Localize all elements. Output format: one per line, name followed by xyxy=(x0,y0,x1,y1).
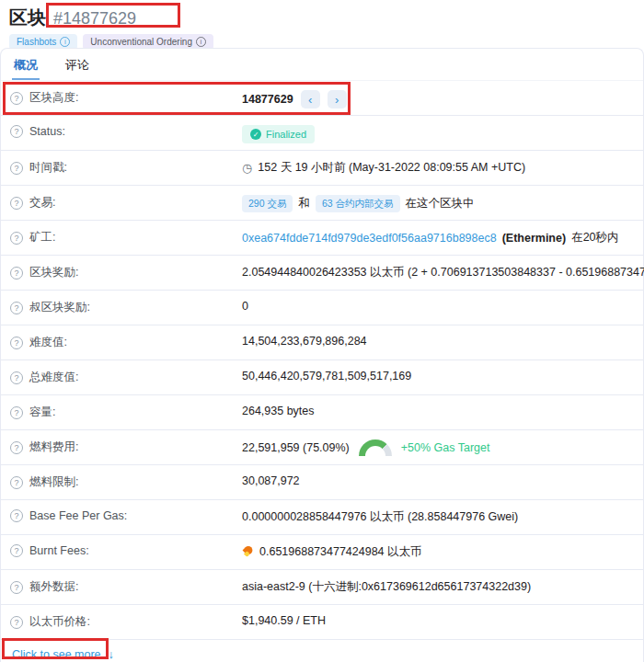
row-label-text: 矿工: xyxy=(29,230,55,245)
table-row-block-height: ? 区块高度: 14877629 ‹ › xyxy=(1,81,643,116)
uncle-reward-value: 0 xyxy=(242,300,248,313)
page-title: 区块 xyxy=(9,6,46,30)
block-reward-value: 2.054944840026423353 以太币 (2 + 0.70691371… xyxy=(242,265,644,280)
block-overview-card: 概况 评论 ? 区块高度: 14877629 ‹ › ? Status: ✓ xyxy=(0,48,644,662)
extra-data-value: asia-east2-9 (十六进制:0x617369612d656173743… xyxy=(242,579,531,595)
flame-icon xyxy=(242,546,252,558)
help-icon[interactable]: ? xyxy=(10,92,23,105)
prev-block-button[interactable]: ‹ xyxy=(301,90,320,108)
help-icon[interactable]: ? xyxy=(10,441,23,454)
block-height-value: 14877629 xyxy=(242,93,293,106)
row-label-text: 容量: xyxy=(29,405,55,420)
help-icon[interactable]: ? xyxy=(10,476,23,489)
flashbots-badge-label: Flashbots xyxy=(17,38,56,47)
row-label-text: Burnt Fees: xyxy=(29,544,89,557)
see-more-label: Click to see more xyxy=(12,648,101,661)
info-icon[interactable]: i xyxy=(196,37,206,47)
size-value: 264,935 bytes xyxy=(242,405,315,417)
total-difficulty-value: 50,446,420,579,781,509,517,169 xyxy=(242,370,411,382)
unconventional-ordering-badge-label: Unconventional Ordering xyxy=(90,38,192,47)
status-badge: ✓ Finalized xyxy=(242,125,315,143)
table-row-difficulty: ? 难度值: 14,504,233,679,896,284 xyxy=(1,325,643,360)
table-row-total-difficulty: ? 总难度值: 50,446,420,579,781,509,517,169 xyxy=(1,360,643,395)
timestamp-value: 152 天 19 小时前 (May-31-2022 08:09:55 AM +U… xyxy=(258,160,525,176)
row-label-text: 区块高度: xyxy=(29,90,78,106)
row-label-text: 燃料费用: xyxy=(29,439,78,455)
table-row-status: ? Status: ✓ Finalized xyxy=(1,116,643,151)
row-label-text: 时间戳: xyxy=(29,160,67,176)
table-row-gas-used: ? 燃料费用: 22,591,959 (75.09%) +50% Gas Tar… xyxy=(1,430,643,465)
help-icon[interactable]: ? xyxy=(10,232,23,245)
arrow-down-icon: ↓ xyxy=(109,648,114,661)
table-row-uncle-reward: ? 叔区块奖励: 0 xyxy=(1,291,643,325)
row-label-text: 燃料限制: xyxy=(29,474,78,490)
info-icon[interactable]: i xyxy=(60,37,70,47)
miner-name: (Ethermine) xyxy=(502,232,566,245)
help-icon[interactable]: ? xyxy=(10,162,23,175)
tab-comments[interactable]: 评论 xyxy=(63,50,91,80)
block-number: #14877629 xyxy=(53,9,136,29)
row-label-text: 难度值: xyxy=(29,335,67,350)
see-more-link[interactable]: Click to see more ↓ xyxy=(12,648,114,661)
status-text: Finalized xyxy=(266,129,306,140)
help-icon[interactable]: ? xyxy=(10,581,23,594)
check-icon: ✓ xyxy=(250,129,261,140)
table-row-transactions: ? 交易: 290 交易 和 63 合约内部交易 在这个区块中 xyxy=(1,186,643,221)
table-row-base-fee: ? Base Fee Per Gas: 0.000000028858447976… xyxy=(1,500,643,535)
difficulty-value: 14,504,233,679,896,284 xyxy=(242,335,367,348)
help-icon[interactable]: ? xyxy=(10,544,23,557)
gas-limit-value: 30,087,972 xyxy=(242,474,300,487)
burnt-fees-value: 0.651968873477424984 以太币 xyxy=(259,544,422,560)
table-row-block-reward: ? 区块奖励: 2.054944840026423353 以太币 (2 + 0.… xyxy=(1,256,643,291)
row-label-text: 额外数据: xyxy=(29,579,78,595)
conjunction-text: 和 xyxy=(298,196,310,211)
table-row-eth-price: ? 以太币价格: $1,940.59 / ETH xyxy=(1,605,643,640)
row-label-text: 交易: xyxy=(29,195,55,211)
transactions-count-link[interactable]: 290 交易 xyxy=(242,195,293,212)
internal-transactions-link[interactable]: 63 合约内部交易 xyxy=(316,195,400,212)
table-row-extra-data: ? 额外数据: asia-east2-9 (十六进制:0x617369612d6… xyxy=(1,570,643,605)
row-label-text: Base Fee Per Gas: xyxy=(29,509,127,522)
tab-overview[interactable]: 概况 xyxy=(12,50,40,80)
help-icon[interactable]: ? xyxy=(10,267,23,280)
table-row-gas-limit: ? 燃料限制: 30,087,972 xyxy=(1,465,643,500)
row-label-text: Status: xyxy=(29,125,65,138)
row-label-text: 叔区块奖励: xyxy=(29,300,90,315)
help-icon[interactable]: ? xyxy=(10,509,23,522)
table-row-size: ? 容量: 264,935 bytes xyxy=(1,395,643,430)
table-row-timestamp: ? 时间戳: ◷ 152 天 19 小时前 (May-31-2022 08:09… xyxy=(1,151,643,186)
card-footer: Click to see more ↓ xyxy=(1,640,643,662)
page-header: 区块 #14877629 Flashbots i Unconventional … xyxy=(0,0,644,48)
gas-used-value: 22,591,959 (75.09%) xyxy=(242,441,350,454)
eth-price-value: $1,940.59 / ETH xyxy=(242,614,326,627)
row-label-text: 总难度值: xyxy=(29,370,78,385)
help-icon[interactable]: ? xyxy=(10,616,23,629)
transactions-suffix-text: 在这个区块中 xyxy=(406,196,475,211)
help-icon[interactable]: ? xyxy=(10,337,23,349)
table-row-burnt-fees: ? Burnt Fees: 0.651968873477424984 以太币 xyxy=(1,535,643,570)
help-icon[interactable]: ? xyxy=(10,302,23,314)
help-icon[interactable]: ? xyxy=(10,406,23,419)
row-label-text: 以太币价格: xyxy=(29,614,90,630)
clock-icon: ◷ xyxy=(242,162,252,174)
next-block-button[interactable]: › xyxy=(328,90,347,108)
tab-bar: 概况 评论 xyxy=(1,49,643,81)
base-fee-value: 0.000000028858447976 以太币 (28.858447976 G… xyxy=(242,509,518,525)
block-details-page: 区块 #14877629 Flashbots i Unconventional … xyxy=(0,0,644,662)
help-icon[interactable]: ? xyxy=(10,197,23,210)
help-icon[interactable]: ? xyxy=(10,371,23,384)
gas-target-text: +50% Gas Target xyxy=(401,441,490,454)
miner-time-text: 在20秒内 xyxy=(571,230,618,245)
row-label-text: 区块奖励: xyxy=(29,265,78,280)
table-row-miner: ? 矿工: 0xea674fdde714fd979de3edf0f56aa971… xyxy=(1,221,643,256)
gas-gauge-icon xyxy=(359,439,392,456)
help-icon[interactable]: ? xyxy=(10,125,23,138)
miner-address-link[interactable]: 0xea674fdde714fd979de3edf0f56aa9716b898e… xyxy=(242,232,497,245)
